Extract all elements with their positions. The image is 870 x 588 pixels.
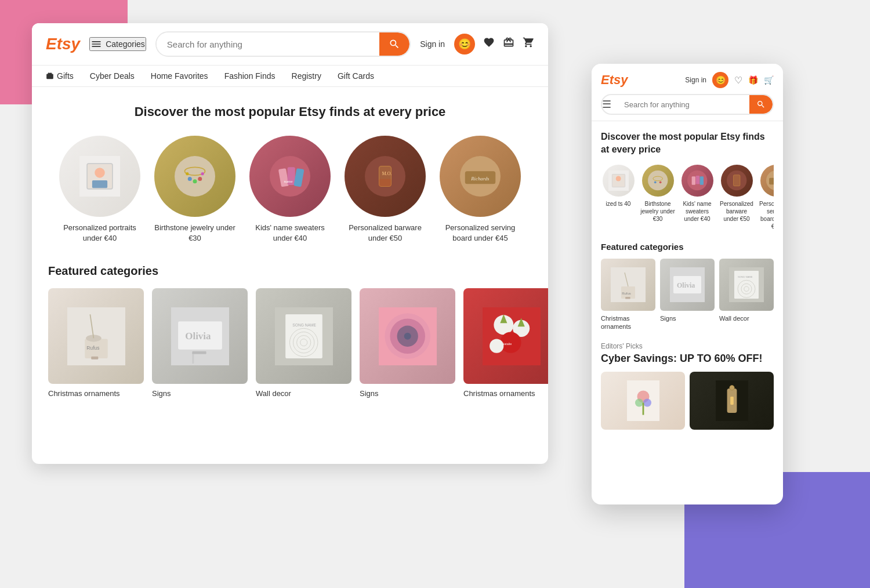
main-search-button[interactable] <box>379 32 409 56</box>
svg-text:Richards: Richards <box>470 176 490 182</box>
etsy-logo: Etsy <box>46 35 80 53</box>
editors-picks-label: Editors' Picks <box>601 342 774 350</box>
category-image-2: SONG NAME <box>256 288 351 384</box>
svg-rect-70 <box>625 297 630 299</box>
category-item-2[interactable]: SONG NAME Wall decor <box>256 288 351 399</box>
product-item-1[interactable]: Birthstone jewelry under €30 <box>152 136 238 244</box>
svg-text:Rufus: Rufus <box>86 345 99 351</box>
category-item-4[interactable]: Natalie Christmas ornaments <box>463 288 548 399</box>
s-walldecor: SONG NAME <box>729 267 764 302</box>
svg-point-45 <box>404 333 411 340</box>
main-search-input[interactable] <box>157 34 379 55</box>
svg-point-57 <box>654 181 656 183</box>
second-product-item-2[interactable]: Kids' name sweaters under €40 <box>680 165 715 230</box>
second-menu-icon: ☰ <box>602 98 611 111</box>
second-category-item-2[interactable]: SONG NAME Wall decor <box>719 259 774 331</box>
product-image-1 <box>154 136 235 217</box>
svg-point-51 <box>490 339 503 353</box>
second-search-input[interactable] <box>616 96 749 114</box>
second-category-label-1: Signs <box>660 314 676 322</box>
editors-picks-title: Cyber Savings: UP TO 60% OFF! <box>601 353 774 365</box>
second-etsy-logo: Etsy <box>601 72 628 88</box>
second-avatar[interactable]: 😊 <box>712 72 728 88</box>
nav-fashion-finds[interactable]: Fashion Finds <box>224 71 276 81</box>
second-favorites-button[interactable]: ♡ <box>734 75 742 86</box>
second-sign-in[interactable]: Sign in <box>685 76 706 84</box>
hero-title: Discover the most popular Etsy finds at … <box>48 104 532 119</box>
second-category-item-0[interactable]: Rufus Christmas ornaments <box>601 259 655 331</box>
svg-point-54 <box>615 176 621 181</box>
editors-pick-image-0[interactable] <box>601 372 685 430</box>
second-search-bar: ☰ <box>601 94 774 115</box>
second-category-item-1[interactable]: Olivia Signs <box>660 259 715 331</box>
svg-point-58 <box>659 181 661 183</box>
s-portrait <box>608 170 629 191</box>
product-label-2: Kids' name sweaters under €40 <box>247 223 333 244</box>
category-image-1: Olivia <box>152 288 248 384</box>
product-item-4[interactable]: Richards Personalized serving board unde… <box>437 136 523 244</box>
second-product-image-0 <box>603 165 635 197</box>
favorites-button[interactable] <box>483 37 495 52</box>
sign-in-link[interactable]: Sign in <box>420 39 445 49</box>
svg-rect-64 <box>733 175 740 186</box>
s-signs1: Olivia <box>670 267 705 302</box>
svg-point-83 <box>635 399 643 407</box>
xmas1-img: Rufus <box>67 307 125 365</box>
svg-rect-66 <box>769 178 774 184</box>
second-top-row: Etsy Sign in 😊 ♡ 🎁 🛒 <box>601 72 774 88</box>
editors-pick-keychain <box>715 380 749 421</box>
main-content: Discover the most popular Etsy finds at … <box>32 87 548 458</box>
second-search-icon <box>756 100 766 109</box>
product-item-3[interactable]: M.O. Personalized barware under €50 <box>342 136 428 244</box>
nav-registry[interactable]: Registry <box>292 71 321 81</box>
xmas2-img: Natalie <box>483 307 541 365</box>
product-item-2[interactable]: name Kids' name sweaters under €40 <box>247 136 333 244</box>
second-product-item-0[interactable]: ized ts 40 <box>601 165 636 230</box>
product-image-2: name <box>249 136 331 217</box>
svg-point-88 <box>729 386 734 390</box>
birthstone-img <box>175 156 215 197</box>
second-category-image-2: SONG NAME <box>719 259 774 311</box>
avatar[interactable]: 😊 <box>454 34 475 55</box>
s-xmas1: Rufus <box>611 267 646 302</box>
svg-rect-76 <box>734 271 759 299</box>
product-label-1: Birthstone jewelry under €30 <box>152 223 238 244</box>
main-search-bar <box>155 31 411 57</box>
second-search-button[interactable] <box>749 95 773 114</box>
categories-button[interactable]: Categories <box>89 37 146 51</box>
second-hero-title: Discover the most popular Etsy finds at … <box>601 130 774 157</box>
second-header: Etsy Sign in 😊 ♡ 🎁 🛒 ☰ <box>592 64 783 121</box>
svg-rect-33 <box>192 351 206 354</box>
svg-point-55 <box>648 170 668 190</box>
cart-button[interactable] <box>523 37 534 52</box>
nav-cyber-deals[interactable]: Cyber Deals <box>90 71 135 81</box>
featured-categories-title: Featured categories <box>48 264 532 278</box>
category-item-1[interactable]: Olivia Signs <box>152 288 248 399</box>
category-item-3[interactable]: Signs <box>360 288 455 399</box>
second-product-label-3: Personalized barware under €50 <box>719 200 754 223</box>
main-browser-window: Etsy Categories Sign in 😊 <box>32 23 548 464</box>
category-label-4: Christmas ornaments <box>463 389 535 399</box>
nav-gift-cards[interactable]: Gift Cards <box>338 71 374 81</box>
svg-text:M.O.: M.O. <box>382 171 392 176</box>
second-window: Etsy Sign in 😊 ♡ 🎁 🛒 ☰ Discover the most… <box>592 64 783 504</box>
second-product-item-1[interactable]: Birthstone jewelry under €30 <box>640 165 675 230</box>
svg-rect-62 <box>699 176 703 185</box>
second-product-item-3[interactable]: Personalized barware under €50 <box>719 165 754 230</box>
svg-text:SONG NAME: SONG NAME <box>738 275 753 278</box>
product-item-0[interactable]: Personalized portraits under €40 <box>57 136 143 244</box>
second-product-item-4[interactable]: Personalized serving board under €45 <box>759 165 774 230</box>
second-cart-button[interactable]: 🛒 <box>764 75 774 85</box>
second-product-image-1 <box>642 165 674 197</box>
editors-pick-image-1[interactable] <box>690 372 774 430</box>
gift-button[interactable] <box>503 37 514 52</box>
nav-gifts[interactable]: Gifts <box>46 71 74 81</box>
second-category-image-0: Rufus <box>601 259 655 311</box>
second-product-image-3 <box>721 165 753 197</box>
svg-text:Rufus: Rufus <box>622 292 631 295</box>
nav-home-favorites[interactable]: Home Favorites <box>151 71 208 81</box>
category-item-0[interactable]: Rufus Christmas ornaments <box>48 288 144 399</box>
second-content: Discover the most popular Etsy finds at … <box>592 121 783 498</box>
s-sweaters <box>687 170 708 191</box>
second-gift-button[interactable]: 🎁 <box>748 75 758 85</box>
